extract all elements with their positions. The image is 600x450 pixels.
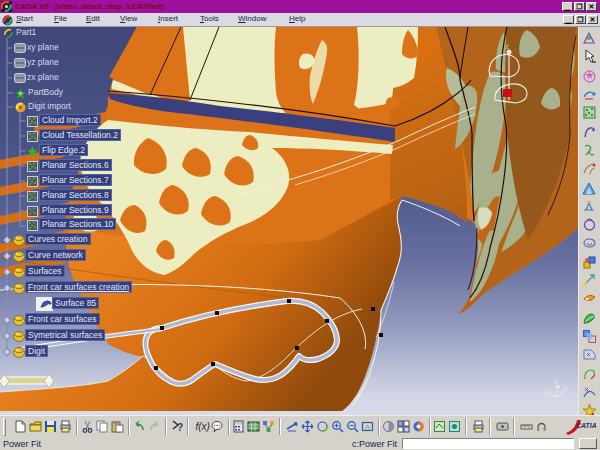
svg-text:f(x): f(x) (196, 421, 210, 432)
svg-text:CATIA: CATIA (576, 422, 596, 429)
svg-text:z: z (505, 42, 509, 51)
svg-text:z: z (554, 378, 558, 385)
svg-text:?: ? (177, 422, 183, 433)
svg-text:x: x (564, 385, 568, 392)
